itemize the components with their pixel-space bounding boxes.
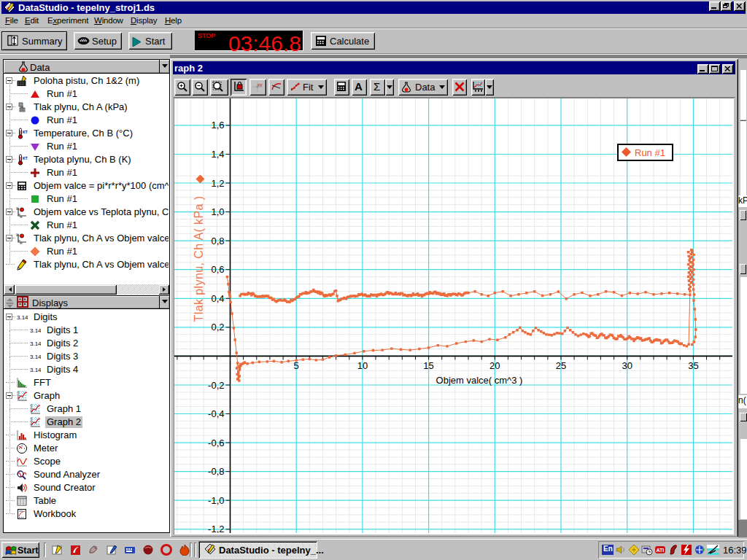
svg-text:KTD: KTD <box>23 156 28 160</box>
svg-text:-0,2: -0,2 <box>208 380 224 391</box>
svg-text:-1,2: -1,2 <box>208 524 224 533</box>
svg-text:0,6: 0,6 <box>211 264 224 275</box>
svg-text:3.14: 3.14 <box>30 354 41 360</box>
svg-text:0,4: 0,4 <box>211 293 224 304</box>
svg-text:15: 15 <box>423 360 433 371</box>
svg-text:25: 25 <box>556 360 566 371</box>
svg-text:xy: xy <box>258 82 263 87</box>
svg-text:1,0: 1,0 <box>211 206 224 217</box>
svg-text:3.14: 3.14 <box>30 341 41 347</box>
svg-text:3.14: 3.14 <box>17 314 28 321</box>
svg-text:3.14: 3.14 <box>30 327 41 334</box>
svg-text:30: 30 <box>622 360 632 371</box>
svg-text:3.14: 3.14 <box>30 367 41 373</box>
svg-text:-1,0: -1,0 <box>208 495 224 506</box>
svg-text:1,2: 1,2 <box>211 178 224 189</box>
svg-text:5: 5 <box>294 360 299 371</box>
svg-text:KTD: KTD <box>23 130 28 134</box>
svg-text:-0,8: -0,8 <box>208 466 224 477</box>
svg-text:20: 20 <box>489 360 500 371</box>
svg-text:1,6: 1,6 <box>211 120 224 131</box>
svg-text:0,8: 0,8 <box>211 236 224 246</box>
svg-text:ATI: ATI <box>657 548 665 553</box>
svg-text:Objem valce( cm^3 ): Objem valce( cm^3 ) <box>436 375 523 386</box>
svg-text:-0,6: -0,6 <box>208 438 224 448</box>
svg-text:-0,4: -0,4 <box>208 408 224 419</box>
svg-text:0,2: 0,2 <box>211 322 224 332</box>
svg-text:1,4: 1,4 <box>211 149 224 160</box>
svg-text:35: 35 <box>688 360 698 371</box>
svg-text:10: 10 <box>357 360 368 371</box>
